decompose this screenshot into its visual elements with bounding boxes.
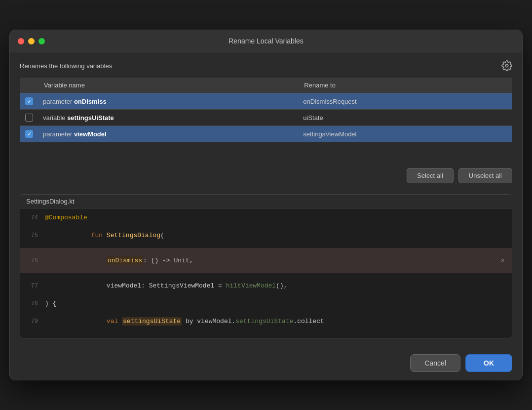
dialog-title: Rename Local Variables <box>228 37 304 45</box>
table-row: variable settingsUiState uiState <box>20 110 512 126</box>
close-button[interactable] <box>18 38 24 44</box>
code-filename: SettingsDialog.kt <box>20 195 512 208</box>
svg-point-0 <box>505 64 508 67</box>
selection-buttons-row: Select all Unselect all <box>20 165 512 186</box>
row2-varname: variable settingsUiState <box>43 114 114 122</box>
row2-checkbox-cell <box>20 110 38 126</box>
line-number-79: 79 <box>20 318 45 325</box>
close-icon[interactable]: × <box>501 257 505 265</box>
variable-table: Variable name Rename to ✓ parameter onDi… <box>20 77 512 158</box>
minimize-button[interactable] <box>28 38 35 44</box>
row2-renameto: uiState <box>303 114 323 122</box>
row1-checkbox[interactable]: ✓ <box>25 97 33 105</box>
code-line-79: 79 val settingsUiState by viewModel.sett… <box>20 309 512 334</box>
cancel-button[interactable]: Cancel <box>410 354 460 372</box>
code-token: fun SettingsDialog( <box>45 224 164 246</box>
varname-column-header: Variable name <box>38 78 298 93</box>
checkmark-icon: ✓ <box>27 131 32 137</box>
code-line-77: 77 viewModel: SettingsViewModel = hiltVi… <box>20 273 512 298</box>
code-line-74: 74 @Composable <box>20 212 512 223</box>
maximize-button[interactable] <box>38 38 45 44</box>
dialog-content: Renames the following variables Variable… <box>10 52 522 346</box>
row1-checkbox-cell: ✓ <box>20 93 38 110</box>
code-token: val settingsUiState by viewModel.setting… <box>45 310 324 332</box>
header-row: Renames the following variables <box>20 60 512 71</box>
line-number-77: 77 <box>20 283 45 289</box>
select-all-button[interactable]: Select all <box>407 168 454 183</box>
row1-varname: parameter onDismiss <box>43 98 107 105</box>
row3-checkbox-cell: ✓ <box>20 126 38 142</box>
code-token: onDismiss: () -> Unit, <box>45 249 193 272</box>
row3-renameto: settingsViewModel <box>303 130 356 138</box>
code-line-75: 75 fun SettingsDialog( <box>20 223 512 248</box>
table-empty-row <box>20 142 512 158</box>
code-line-76: 76 onDismiss: () -> Unit, × <box>20 248 512 273</box>
checkmark-icon: ✓ <box>27 99 32 104</box>
row1-renameto: onDismissRequest <box>303 98 356 105</box>
row2-checkbox[interactable] <box>25 114 33 122</box>
row2-varname-cell: variable settingsUiState <box>38 110 298 126</box>
line-number-74: 74 <box>20 214 45 221</box>
table-row: ✓ parameter onDismiss onDismissRequest <box>20 93 512 110</box>
line-number-76: 76 <box>20 257 45 264</box>
line-number-75: 75 <box>20 232 45 239</box>
action-buttons-row: Cancel OK <box>10 346 522 380</box>
row3-varname: parameter viewModel <box>43 130 107 138</box>
unselect-all-button[interactable]: Unselect all <box>458 168 512 183</box>
code-token: ) { <box>45 300 56 307</box>
description-label: Renames the following variables <box>20 62 112 70</box>
row3-renameto-cell: settingsViewModel <box>298 126 512 142</box>
row3-checkbox[interactable]: ✓ <box>25 130 33 138</box>
rename-local-variables-dialog: Rename Local Variables Renames the follo… <box>9 30 523 380</box>
code-preview-section: SettingsDialog.kt 74 @Composable 75 fun … <box>20 194 512 338</box>
ok-button[interactable]: OK <box>465 354 512 372</box>
row3-varname-cell: parameter viewModel <box>38 126 298 142</box>
row2-renameto-cell: uiState <box>298 110 512 126</box>
title-bar: Rename Local Variables <box>10 30 522 52</box>
row1-varname-cell: parameter onDismiss <box>38 93 298 110</box>
empty-cell <box>20 142 512 158</box>
line-number-78: 78 <box>20 300 45 307</box>
table-row: ✓ parameter viewModel settingsViewModel <box>20 126 512 142</box>
traffic-lights <box>18 38 45 44</box>
checkbox-column-header <box>20 78 38 93</box>
code-token: viewModel: SettingsViewModel = hiltViewM… <box>45 275 288 297</box>
code-token: @Composable <box>45 214 87 221</box>
code-body: 74 @Composable 75 fun SettingsDialog( 76… <box>20 208 512 338</box>
renameto-column-header: Rename to <box>298 78 512 93</box>
gear-icon[interactable] <box>501 60 512 71</box>
table-header-row: Variable name Rename to <box>20 78 512 93</box>
row1-renameto-cell: onDismissRequest <box>298 93 512 110</box>
code-line-78: 78 ) { <box>20 298 512 309</box>
